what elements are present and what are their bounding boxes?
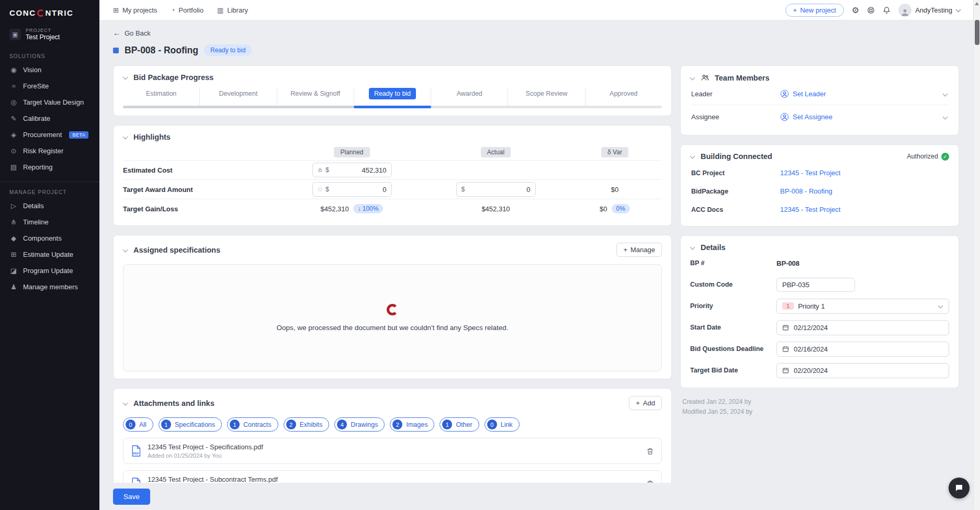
target-award-label: Target Award Amount bbox=[123, 186, 280, 194]
filter-all[interactable]: 0 All bbox=[123, 417, 153, 432]
sidebar-item-timeline[interactable]: ⋔ Timeline bbox=[0, 214, 99, 230]
progress-stage[interactable]: Scope Review bbox=[508, 88, 584, 106]
progress-stage[interactable]: Review & Signoff bbox=[277, 88, 354, 106]
scrollbar[interactable] bbox=[973, 0, 980, 510]
chat-launcher-button[interactable] bbox=[949, 478, 970, 498]
back-arrow-icon: ← bbox=[113, 29, 120, 37]
target-award-actual-input[interactable]: $ bbox=[456, 182, 536, 197]
sidebar-item-details[interactable]: ▷ Details bbox=[0, 198, 99, 214]
tab-portfolio[interactable]: ◔ Portfolio bbox=[171, 6, 204, 14]
progress-stage[interactable]: Estimation bbox=[123, 88, 199, 106]
filter-link[interactable]: 0 Link bbox=[485, 417, 520, 432]
sidebar-item-risk-register[interactable]: ⊙ Risk Register bbox=[0, 143, 99, 159]
set-leader-button[interactable]: Set Leader bbox=[780, 89, 826, 98]
set-assignee-label: Set Assignee bbox=[793, 113, 832, 121]
start-date-input[interactable] bbox=[776, 320, 949, 335]
scroll-up-arrow-icon[interactable] bbox=[975, 2, 979, 5]
bc-project-link[interactable]: 12345 - Test Project bbox=[780, 169, 840, 177]
scrollbar-thumb[interactable] bbox=[975, 20, 979, 45]
progress-track bbox=[123, 106, 662, 108]
progress-stage[interactable]: Development bbox=[199, 88, 276, 106]
filter-contracts[interactable]: 1 Contracts bbox=[227, 417, 278, 432]
custom-code-row: Custom Code bbox=[690, 275, 949, 294]
target-award-planned-value[interactable] bbox=[332, 186, 387, 194]
highlights-heading: Highlights bbox=[133, 133, 171, 141]
program-update-icon: ◪ bbox=[9, 267, 18, 275]
start-date-value[interactable] bbox=[794, 324, 943, 332]
sidebar-item-foresite[interactable]: ≈ ForeSite bbox=[0, 78, 99, 94]
sidebar-item-calibrate[interactable]: ✎ Calibrate bbox=[0, 110, 99, 127]
chevron-down-icon[interactable] bbox=[943, 115, 948, 120]
go-back-button[interactable]: ← Go Back bbox=[113, 29, 151, 37]
target-award-planned-input[interactable]: $ bbox=[312, 182, 392, 197]
collapse-chevron-icon[interactable] bbox=[123, 401, 128, 406]
sidebar: CONC NTRIC ▣ PROJECT Test Project SOLUTI… bbox=[0, 0, 99, 510]
manage-project-section: MANAGE PROJECT ▷ Details ⋔ Timeline ◆ Co… bbox=[0, 182, 99, 295]
gain-loss-var-badge: 0% bbox=[612, 204, 630, 213]
new-project-button[interactable]: + New project bbox=[785, 4, 844, 17]
sidebar-item-label: Reporting bbox=[23, 163, 52, 171]
project-switcher[interactable]: ▣ PROJECT Test Project bbox=[0, 24, 99, 48]
filter-images[interactable]: 2 Images bbox=[390, 417, 434, 432]
modified-text: Modified Jan 25, 2024 by bbox=[682, 407, 959, 417]
sidebar-item-reporting[interactable]: ▤ Reporting bbox=[0, 159, 99, 175]
filter-drawings[interactable]: 4 Drawings bbox=[334, 417, 385, 432]
currency-symbol: $ bbox=[461, 186, 465, 193]
filter-specifications[interactable]: 1 Specifications bbox=[159, 417, 222, 432]
bc-field-row: BC Project 12345 - Test Project bbox=[690, 164, 949, 182]
user-menu[interactable]: AndyTesting bbox=[898, 4, 961, 17]
gear-icon: ⚙ bbox=[852, 5, 859, 15]
manage-specs-button[interactable]: + Manage bbox=[616, 243, 662, 257]
notifications-button[interactable] bbox=[883, 6, 891, 14]
title-marker-icon bbox=[113, 48, 119, 53]
bc-acc-docs-link[interactable]: 12345 - Test Project bbox=[780, 206, 840, 213]
save-button[interactable]: Save bbox=[113, 489, 150, 505]
chevron-down-icon[interactable] bbox=[943, 92, 948, 97]
estimated-cost-planned-input[interactable]: $ bbox=[312, 163, 392, 177]
sidebar-item-procurement[interactable]: ◈ Procurement BETA bbox=[0, 127, 99, 143]
progress-stage[interactable]: Approved bbox=[585, 88, 662, 106]
estimated-cost-value[interactable] bbox=[332, 166, 387, 174]
sidebar-item-components[interactable]: ◆ Components bbox=[0, 230, 99, 246]
progress-stage[interactable]: Ready to bid bbox=[354, 88, 431, 106]
priority-select[interactable]: 1 Priority 1 bbox=[776, 299, 949, 314]
target-bid-date-value[interactable] bbox=[794, 367, 943, 375]
sidebar-item-label: Calibrate bbox=[23, 115, 50, 122]
collapse-chevron-icon[interactable] bbox=[690, 75, 695, 81]
custom-code-input[interactable] bbox=[776, 278, 855, 292]
people-icon bbox=[701, 73, 709, 82]
library-icon: ▥ bbox=[217, 6, 223, 14]
collapse-chevron-icon[interactable] bbox=[123, 247, 128, 253]
collapse-chevron-icon[interactable] bbox=[690, 245, 695, 250]
sidebar-item-vision[interactable]: ◉ Vision bbox=[0, 62, 99, 78]
tab-library[interactable]: ▥ Library bbox=[217, 6, 248, 14]
sidebar-item-manage-members[interactable]: ♟ Manage members bbox=[0, 279, 99, 295]
target-bid-date-input[interactable] bbox=[776, 363, 949, 378]
progress-stage[interactable]: Awarded bbox=[431, 88, 508, 106]
filter-other[interactable]: 1 Other bbox=[440, 417, 479, 432]
plus-icon: + bbox=[623, 246, 627, 254]
progress-stages: Estimation Development Review & Signoff bbox=[123, 88, 662, 106]
set-assignee-button[interactable]: Set Assignee bbox=[780, 112, 832, 121]
attachment-row[interactable]: PDF 12345 Test Project - Specifications.… bbox=[123, 438, 662, 464]
help-button[interactable] bbox=[867, 6, 875, 14]
collapse-chevron-icon[interactable] bbox=[123, 134, 128, 140]
sidebar-item-program-update[interactable]: ◪ Program Update bbox=[0, 263, 99, 279]
start-date-row: Start Date bbox=[690, 318, 949, 337]
settings-button[interactable]: ⚙ bbox=[852, 5, 859, 15]
column-var: δ Var bbox=[601, 147, 628, 157]
delete-attachment-button[interactable] bbox=[646, 447, 654, 455]
target-award-actual-value[interactable] bbox=[468, 186, 530, 194]
add-attachment-button[interactable]: + Add bbox=[629, 396, 662, 410]
bid-questions-deadline-value[interactable] bbox=[794, 345, 943, 353]
bc-bidpackage-link[interactable]: BP-008 - Roofing bbox=[780, 187, 832, 195]
collapse-chevron-icon[interactable] bbox=[690, 154, 695, 159]
collapse-chevron-icon[interactable] bbox=[123, 75, 128, 80]
table-row-gain-loss: Target Gain/Loss $452,310 ↓ 100% $452,31… bbox=[123, 199, 662, 218]
tab-my-projects[interactable]: ⊞ My projects bbox=[113, 6, 157, 14]
sidebar-item-target-value-design[interactable]: ◎ Target Value Design bbox=[0, 94, 99, 110]
filter-exhibits[interactable]: 2 Exhibits bbox=[284, 417, 330, 432]
sidebar-item-estimate-update[interactable]: ⊞ Estimate Update bbox=[0, 246, 99, 263]
procurement-icon: ◈ bbox=[9, 131, 18, 139]
bid-questions-deadline-input[interactable] bbox=[776, 342, 949, 357]
